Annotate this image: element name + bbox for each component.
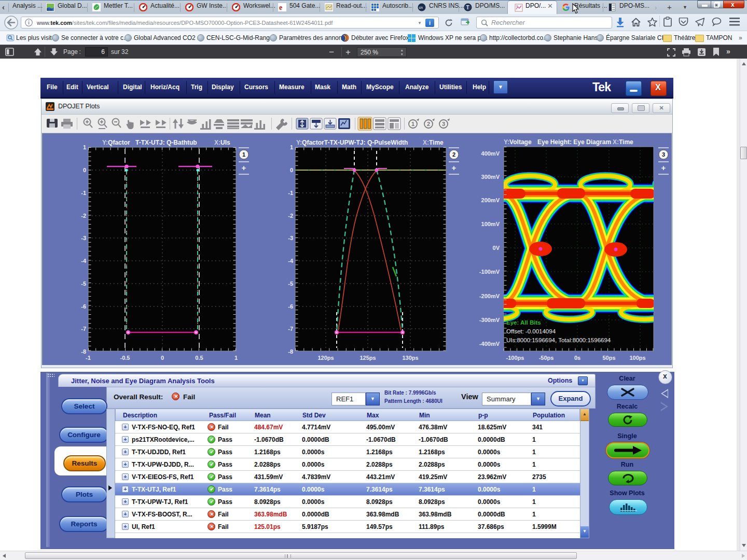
svg-text:+: + [242, 163, 246, 172]
svg-text:0s: 0s [574, 355, 580, 361]
svg-text:-1: -1 [288, 190, 293, 196]
svg-text:1: 1 [242, 151, 245, 158]
svg-text:+: + [661, 163, 666, 172]
svg-text:e: e [279, 4, 282, 11]
svg-text:-300mV: -300mV [479, 317, 500, 323]
svg-text:0V: 0V [493, 245, 500, 251]
svg-text:3: 3 [442, 121, 445, 127]
svg-text:UIs:8000:1596694, Total:8000:1: UIs:8000:1596694, Total:8000:1596694 [506, 337, 611, 343]
svg-text:X:Time: X:Time [423, 139, 444, 146]
svg-text:BW: BW [47, 8, 53, 11]
svg-text:-200mV: -200mV [479, 293, 500, 299]
svg-text:Eye Height: Eye Diagram: Eye Height: Eye Diagram [537, 138, 611, 146]
svg-text:-7: -7 [81, 326, 86, 332]
svg-text:Y:QfactorT-TX-UPW-TJ: Q-PulseW: Y:QfactorT-TX-UPW-TJ: Q-PulseWidth [296, 139, 408, 146]
svg-text:Y:Qfactor: Y:Qfactor [102, 139, 130, 146]
svg-text:X:UIs: X:UIs [214, 139, 230, 146]
svg-text:-400mV: -400mV [479, 341, 500, 347]
svg-text:50ps: 50ps [602, 355, 615, 361]
svg-text:1: 1 [290, 144, 293, 150]
svg-text:Y:Voltage: Y:Voltage [504, 138, 532, 146]
svg-text:-7: -7 [288, 326, 293, 332]
svg-text:1: 1 [83, 144, 86, 150]
svg-text:130ps: 130ps [402, 355, 418, 361]
svg-text:2: 2 [452, 151, 455, 158]
svg-text:100ps: 100ps [629, 355, 645, 361]
svg-text:-1: -1 [86, 355, 91, 361]
svg-text:T-TX-UTJ: Q-Bathtub: T-TX-UTJ: Q-Bathtub [135, 139, 197, 146]
svg-text:-8: -8 [81, 348, 86, 355]
svg-text:-50ps: -50ps [539, 355, 554, 361]
svg-text:X:Time: X:Time [613, 138, 633, 146]
svg-text:2: 2 [427, 121, 430, 127]
svg-text:125ps: 125ps [359, 355, 376, 361]
svg-text:+: + [452, 163, 457, 172]
svg-text:-2: -2 [288, 213, 293, 219]
svg-text:-3: -3 [288, 235, 293, 241]
svg-text:-5: -5 [288, 281, 293, 287]
svg-text:-6: -6 [81, 303, 86, 310]
svg-text:T: T [466, 5, 469, 10]
svg-text:100mV: 100mV [481, 221, 500, 227]
svg-text:-3: -3 [81, 235, 86, 241]
svg-text:1: 1 [411, 121, 414, 127]
svg-text:1: 1 [234, 355, 238, 361]
svg-text:300mV: 300mV [481, 174, 500, 180]
svg-text:400mV: 400mV [481, 150, 500, 157]
svg-text:0: 0 [83, 167, 86, 173]
svg-text:0: 0 [290, 167, 293, 173]
svg-text:-5: -5 [81, 281, 86, 287]
svg-text:-100mV: -100mV [479, 269, 500, 275]
svg-text:-4: -4 [81, 258, 87, 264]
svg-text:-2: -2 [81, 213, 86, 219]
svg-text:-4: -4 [288, 258, 294, 264]
svg-text:3: 3 [662, 151, 665, 158]
svg-text:120ps: 120ps [317, 355, 334, 361]
svg-text:Eye: All Bits: Eye: All Bits [506, 319, 541, 326]
svg-text:-100ps: -100ps [506, 355, 524, 361]
svg-text:Offset: -0.0014094: Offset: -0.0014094 [506, 328, 556, 334]
svg-text:-1: -1 [81, 190, 86, 196]
svg-text:200mV: 200mV [481, 197, 500, 203]
svg-text:0: 0 [161, 355, 164, 361]
svg-text:0.5: 0.5 [195, 355, 203, 361]
svg-text:-8: -8 [288, 348, 293, 355]
svg-text:-0.5: -0.5 [120, 355, 130, 361]
svg-text:cn: cn [419, 6, 423, 9]
svg-text:-6: -6 [288, 303, 293, 310]
